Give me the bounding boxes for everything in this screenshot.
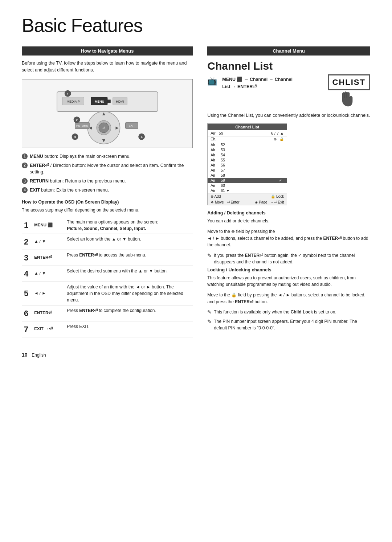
cl-row-55: Air55 xyxy=(208,157,287,163)
intro-text: Before using the TV, follow the steps be… xyxy=(22,60,193,74)
svg-text:►: ► xyxy=(115,125,120,131)
osd-subtitle: How to Operate the OSD (On Screen Displa… xyxy=(22,200,193,205)
bullet-exit: 4 EXIT button: Exits the on-screen menu. xyxy=(22,187,193,194)
bullet-2: 2 xyxy=(22,163,28,168)
svg-text:3: 3 xyxy=(74,135,76,139)
osd-row-3: 3 ENTER⏎ Press ENTER⏎ to access the sub-… xyxy=(22,250,193,266)
svg-text:MENU: MENU xyxy=(95,100,104,103)
feature-bullets: 1 MENU button: Displays the main on-scre… xyxy=(22,153,193,194)
osd-row-4: 4 ▲ / ▼ Select the desired submenu with … xyxy=(22,266,193,282)
svg-text:MEDIA P: MEDIA P xyxy=(66,100,79,103)
cl-row-61: Air61 ▼ xyxy=(208,188,287,193)
adding-text-1: You can add or delete channels. xyxy=(207,218,370,225)
bullet-4: 4 xyxy=(22,187,28,193)
adding-note: ✎ If you press the ENTER⏎ button again, … xyxy=(207,252,370,265)
hand-icon xyxy=(338,90,356,108)
cl-footer2: ❖ Move ⏎ Enter ◈ Page →⏎ Exit xyxy=(208,200,287,205)
menu-path: 📺 MENU ⬛ → Channel → Channel List → ENTE… xyxy=(207,76,293,90)
page-title: Basic Features xyxy=(22,15,370,36)
locking-title: Locking / Unlocking channels xyxy=(207,267,370,272)
channel-desc: Using the Channel List, you can convenie… xyxy=(207,112,370,119)
cl-footer: ⊕ Add 🔒 Lock xyxy=(208,193,287,200)
locking-text-2: Move to the 🔒 field by pressing the ◄ / … xyxy=(207,292,370,305)
osd-row-5: 5 ◄ / ► Adjust the value of an item with… xyxy=(22,282,193,305)
cl-row-58: Air58 xyxy=(208,173,287,178)
bullet-enter: 2 ENTER⏎ / Direction button: Move the cu… xyxy=(22,162,193,176)
cl-row-56: Air56 xyxy=(208,163,287,168)
svg-text:2: 2 xyxy=(76,119,78,122)
chlist-badge: CHLIST xyxy=(328,74,370,90)
bullet-1: 1 xyxy=(22,153,28,159)
svg-text:1: 1 xyxy=(67,92,69,96)
cl-row-52: Air52 xyxy=(208,142,287,147)
adding-text-2: Move to the ⊕ field by pressing the◄ / ►… xyxy=(207,228,370,249)
svg-text:RETURN: RETURN xyxy=(76,124,88,127)
svg-text:EXIT: EXIT xyxy=(128,124,135,127)
osd-row-6: 6 ENTER⏎ Press ENTER⏎ to complete the co… xyxy=(22,305,193,321)
menu-icon: 📺 xyxy=(207,77,217,86)
cl-row-59: Air59✓ xyxy=(208,178,287,183)
svg-text:4: 4 xyxy=(140,135,142,139)
page-lang: English xyxy=(32,353,46,358)
cl-subheader: Air 59 6 / 7 ▲ xyxy=(208,130,287,136)
svg-rect-7 xyxy=(107,100,111,103)
cl-row-53: Air53 xyxy=(208,147,287,152)
osd-table: 1 MENU ⬛ The main menu options appears o… xyxy=(22,217,193,337)
bullet-3: 3 xyxy=(22,178,28,184)
cl-row-57: Air57 xyxy=(208,168,287,173)
right-column: Channel Menu Channel List 📺 MENU ⬛ → Cha… xyxy=(207,46,370,337)
adding-title: Adding / Deleting channels xyxy=(207,210,370,215)
bullet-menu: 1 MENU button: Displays the main on-scre… xyxy=(22,153,193,160)
osd-row-7: 7 EXIT →⏎ Press EXIT. xyxy=(22,321,193,337)
page-number: 10 xyxy=(22,352,28,358)
cl-header: Channel List xyxy=(208,124,287,130)
locking-note-2: ✎ The PIN number input screen appears. E… xyxy=(207,318,370,331)
remote-illustration: MEDIA P MENU HDMI 1 ▲ ▼ ◄ ► xyxy=(22,79,193,148)
osd-row-2: 2 ▲ / ▼ Select an icon with the ▲ or ▼ b… xyxy=(22,234,193,250)
locking-text-1: This feature allows you to prevent unaut… xyxy=(207,275,370,288)
page-footer: 10 English xyxy=(22,352,370,358)
svg-text:▲: ▲ xyxy=(101,111,106,117)
channel-list-ui: Channel List Air 59 6 / 7 ▲ Ch. ⊕ 🔒 Air5… xyxy=(207,123,287,205)
left-column: How to Navigate Menus Before using the T… xyxy=(22,46,193,337)
bullet-return: 3 RETURN button: Returns to the previous… xyxy=(22,178,193,185)
left-section-header: How to Navigate Menus xyxy=(22,46,193,56)
svg-text:⏎: ⏎ xyxy=(102,126,105,130)
cl-row-54: Air54 xyxy=(208,152,287,157)
cl-colheads: Ch. ⊕ 🔒 xyxy=(208,136,287,142)
osd-note: The access step may differ depending on … xyxy=(22,207,193,213)
osd-row-1: 1 MENU ⬛ The main menu options appears o… xyxy=(22,217,193,234)
svg-text:HDMI: HDMI xyxy=(116,100,124,103)
cl-row-60: Air60 xyxy=(208,183,287,188)
svg-text:▼: ▼ xyxy=(101,137,106,143)
right-section-header: Channel Menu xyxy=(207,46,370,56)
channel-list-title: Channel List xyxy=(207,60,370,72)
locking-note-1: ✎ This function is available only when t… xyxy=(207,309,370,316)
